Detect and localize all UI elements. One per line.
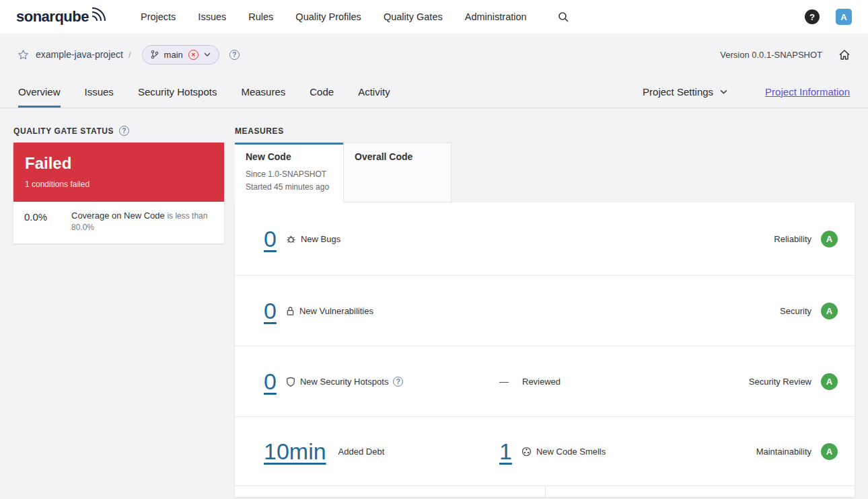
project-breadcrumb-bar: example-java-project / main ✕ ? Version <box>0 34 868 75</box>
measure-row-reliability: 0 New Bugs Re <box>235 202 855 275</box>
new-code-tab-label: New Code <box>246 151 332 162</box>
code-smell-icon <box>521 447 532 457</box>
security-review-rating-badge[interactable]: A <box>821 373 838 390</box>
page-body: example-java-project / main ✕ ? Version <box>0 34 868 499</box>
search-icon[interactable] <box>558 11 569 22</box>
nav-item-quality-gates[interactable]: Quality Gates <box>384 11 443 22</box>
topbar-right-group: ? A <box>805 9 852 25</box>
new-code-smells-count[interactable]: 1 <box>499 440 512 463</box>
security-rating-badge[interactable]: A <box>821 303 838 319</box>
tab-issues[interactable]: Issues <box>85 75 114 108</box>
condition-metric: Coverage on New Code <box>71 210 165 221</box>
global-nav: Projects Issues Rules Quality Profiles Q… <box>141 11 527 22</box>
chevron-down-icon <box>204 52 211 56</box>
bug-icon <box>286 234 296 244</box>
tab-security-hotspots[interactable]: Security Hotspots <box>138 75 217 108</box>
new-code-since: Since 1.0-SNAPSHOT <box>246 168 332 181</box>
tab-overview[interactable]: Overview <box>18 75 61 108</box>
home-icon[interactable] <box>838 49 851 61</box>
quality-gate-column: QUALITY GATE STATUS ? Failed 1 condition… <box>13 126 224 497</box>
project-information-link[interactable]: Project Information <box>765 75 850 108</box>
user-avatar[interactable]: A <box>836 9 852 25</box>
tab-measures[interactable]: Measures <box>241 75 285 108</box>
shield-icon <box>286 377 295 387</box>
quality-gate-heading: QUALITY GATE STATUS ? <box>13 126 224 136</box>
quality-gate-conditions-summary: 1 conditions failed <box>25 180 213 189</box>
measures-column: MEASURES New Code Since 1.0-SNAPSHOT Sta… <box>235 126 855 497</box>
maintainability-rating-badge[interactable]: A <box>821 443 838 460</box>
nav-item-rules[interactable]: Rules <box>248 11 273 22</box>
global-help-icon[interactable]: ? <box>805 9 820 24</box>
project-tabs-bar: Overview Issues Security Hotspots Measur… <box>0 75 868 108</box>
overview-content: QUALITY GATE STATUS ? Failed 1 condition… <box>0 108 868 497</box>
lock-icon <box>286 306 295 316</box>
quality-gate-status: Failed <box>25 154 213 173</box>
new-security-hotspots-count[interactable]: 0 <box>264 370 277 393</box>
nav-item-issues[interactable]: Issues <box>198 11 226 22</box>
added-debt-value[interactable]: 10min <box>264 440 326 463</box>
tab-code[interactable]: Code <box>310 75 334 108</box>
measures-scope-tabs: New Code Since 1.0-SNAPSHOT Started 45 m… <box>235 143 855 202</box>
quality-gate-status-banner: Failed 1 conditions failed <box>13 143 224 202</box>
reliability-label: Reliability <box>774 234 811 244</box>
measure-row-security-review: 0 New Security Hotspots ? — <box>235 346 855 416</box>
added-debt-label: Added Debt <box>338 447 385 457</box>
quality-gate-card: Failed 1 conditions failed 0.0% Coverage… <box>13 143 224 243</box>
breadcrumb-project-link[interactable]: example-java-project <box>36 49 123 60</box>
new-code-started: Started 45 minutes ago <box>246 181 332 194</box>
tab-activity[interactable]: Activity <box>358 75 390 108</box>
sonarqube-logo[interactable]: sonarqube <box>16 8 107 26</box>
measures-panel: 0 New Bugs Re <box>235 202 855 486</box>
section-divider <box>545 486 546 497</box>
breadcrumb-right-group: Version 0.0.1-SNAPSHOT <box>720 49 851 61</box>
sonarqube-logo-text: sonarqube <box>16 8 89 26</box>
condition-description: Coverage on New Code is less than 80.0% <box>71 210 213 233</box>
measures-heading: MEASURES <box>235 126 855 136</box>
nav-item-projects[interactable]: Projects <box>141 11 176 22</box>
reviewed-percentage-value: — <box>499 376 509 387</box>
project-settings-label: Project Settings <box>643 86 713 98</box>
top-navigation-bar: sonarqube Projects Issues Rules Quality … <box>0 0 868 34</box>
maintainability-label: Maintainability <box>756 447 811 457</box>
security-label: Security <box>780 306 811 316</box>
sonar-waves-icon <box>91 6 107 21</box>
reviewed-label: Reviewed <box>522 377 560 387</box>
new-bugs-count[interactable]: 0 <box>264 227 277 250</box>
hotspots-help-icon[interactable]: ? <box>393 377 403 387</box>
new-bugs-label: New Bugs <box>301 234 340 244</box>
tab-new-code[interactable]: New Code Since 1.0-SNAPSHOT Started 45 m… <box>235 143 343 202</box>
quality-gate-heading-text: QUALITY GATE STATUS <box>13 126 114 136</box>
new-vulnerabilities-label: New Vulnerabilities <box>299 306 373 316</box>
branch-name: main <box>164 50 183 60</box>
condition-value[interactable]: 0.0% <box>24 210 62 223</box>
branch-help-icon[interactable]: ? <box>229 50 240 60</box>
nav-item-administration[interactable]: Administration <box>465 11 527 22</box>
project-version: Version 0.0.1-SNAPSHOT <box>720 50 822 60</box>
new-security-hotspots-label: New Security Hotspots <box>300 377 389 387</box>
quality-gate-help-icon[interactable]: ? <box>119 126 129 136</box>
breadcrumb-separator: / <box>129 50 131 60</box>
chevron-down-icon <box>720 89 727 94</box>
new-vulnerabilities-count[interactable]: 0 <box>264 299 277 322</box>
overall-code-tab-label: Overall Code <box>355 151 440 162</box>
quality-gate-condition-row[interactable]: 0.0% Coverage on New Code is less than 8… <box>13 202 224 243</box>
favorite-star-icon[interactable] <box>17 49 29 61</box>
measure-row-maintainability: 10min Added Debt 1 <box>235 416 855 486</box>
reliability-rating-badge[interactable]: A <box>821 231 838 247</box>
measures-heading-text: MEASURES <box>235 126 284 136</box>
tab-overall-code[interactable]: Overall Code <box>343 143 451 202</box>
next-section-partial <box>235 486 855 497</box>
measure-row-security: 0 New Vulnerabilities <box>235 275 855 346</box>
git-branch-icon <box>151 50 159 59</box>
branch-quality-gate-failed-icon: ✕ <box>188 50 198 60</box>
branch-selector[interactable]: main ✕ <box>142 45 219 65</box>
new-code-smells-label: New Code Smells <box>536 447 606 457</box>
security-review-label: Security Review <box>749 377 811 387</box>
project-settings-menu[interactable]: Project Settings <box>643 75 727 108</box>
nav-item-quality-profiles[interactable]: Quality Profiles <box>295 11 361 22</box>
